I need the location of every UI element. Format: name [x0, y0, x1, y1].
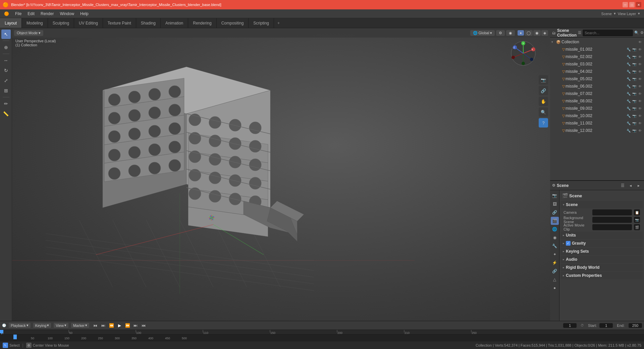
outliner-missile-11[interactable]: ▽ missile_11.002 🔧 📷 👁 — [550, 119, 644, 127]
wireframe-btn[interactable]: ◯ — [525, 30, 533, 36]
properties-collapse-btn[interactable]: ◂ — [627, 182, 634, 189]
tab-compositing[interactable]: Compositing — [217, 18, 249, 28]
outliner-missile-09[interactable]: ▽ missile_09.002 🔧 📷 👁 — [550, 105, 644, 112]
vis-2[interactable]: 🔧 — [626, 54, 631, 59]
cam-2[interactable]: 📷 — [632, 54, 637, 59]
vis-9[interactable]: 🔧 — [626, 106, 631, 111]
next-keyframe-btn[interactable]: ⏭ — [132, 322, 139, 329]
vis-8[interactable]: 🔧 — [626, 98, 631, 104]
eye-6[interactable]: 👁 — [637, 84, 643, 89]
outliner-missile-07[interactable]: ▽ missile_07.002 🔧 📷 👁 — [550, 90, 644, 97]
outliner-missile-01[interactable]: ▽ missile_01.002 🔧 📷 👁 — [550, 46, 644, 53]
play-btn[interactable]: ▶ — [116, 322, 123, 329]
outliner-missile-08[interactable]: ▽ missile_08.002 🔧 📷 👁 — [550, 97, 644, 105]
prop-constraints-icon[interactable]: 🔗 — [551, 267, 559, 275]
eye-2[interactable]: 👁 — [637, 54, 643, 59]
prop-world-icon[interactable]: 🌐 — [551, 225, 559, 233]
outliner-missile-10[interactable]: ▽ missile_10.002 🔧 📷 👁 — [550, 112, 644, 119]
tab-rendering[interactable]: Rendering — [188, 18, 216, 28]
cam-5[interactable]: 📷 — [632, 76, 637, 82]
solid-shading-btn[interactable]: ● — [518, 30, 524, 36]
playback-dropdown[interactable]: Playback ▾ — [9, 323, 31, 328]
keying-section-header[interactable]: ▸ Keying Sets — [561, 248, 643, 255]
units-section-header[interactable]: ▸ Units — [561, 232, 643, 239]
cam-3[interactable]: 📷 — [632, 61, 637, 67]
outliner-collection-item[interactable]: ▾ 📦 Collection 👁 — [550, 38, 644, 46]
eye-12[interactable]: 👁 — [637, 128, 643, 133]
minimize-button[interactable]: ─ — [623, 2, 628, 7]
timeline-mode-icon[interactable]: 🕐 — [2, 323, 6, 327]
cam-1[interactable]: 📷 — [632, 47, 637, 52]
step-back-btn[interactable]: ⏪ — [108, 322, 115, 329]
tool-measure[interactable]: 📏 — [1, 109, 11, 118]
tab-modeling[interactable]: Modeling — [22, 18, 48, 28]
viewport-material-icon[interactable]: 🔗 — [539, 86, 548, 95]
nav-gizmo-svg[interactable]: X Y Z — [510, 40, 537, 67]
menu-render[interactable]: Render — [38, 11, 56, 17]
scene-dropdown[interactable]: ▾ — [614, 11, 616, 16]
vis-5[interactable]: 🔧 — [626, 76, 631, 82]
viewport-view-dropdown[interactable]: 🌐 Global ▾ — [470, 30, 495, 36]
menu-blender[interactable]: 🟠 — [1, 11, 12, 17]
end-frame-input[interactable]: 250 — [629, 323, 642, 328]
bg-scene-browse-icon[interactable]: 📷 — [634, 217, 640, 223]
viewport-pan-icon[interactable]: ✋ — [539, 97, 548, 106]
cam-4[interactable]: 📷 — [632, 69, 637, 74]
vis-11[interactable]: 🔧 — [626, 120, 631, 126]
outliner-missile-02[interactable]: ▽ missile_02.002 🔧 📷 👁 — [550, 53, 644, 60]
tab-shading[interactable]: Shading — [136, 18, 161, 28]
cam-7[interactable]: 📷 — [632, 91, 637, 96]
tab-scripting[interactable]: Scripting — [249, 18, 274, 28]
eye-4[interactable]: 👁 — [637, 69, 643, 74]
cam-11[interactable]: 📷 — [632, 120, 637, 126]
tool-scale[interactable]: ⤢ — [1, 76, 11, 85]
cam-8[interactable]: 📷 — [632, 98, 637, 104]
menu-file[interactable]: File — [12, 11, 24, 17]
current-frame-input[interactable]: 1 — [563, 323, 577, 328]
cam-9[interactable]: 📷 — [632, 106, 637, 111]
prop-data-icon[interactable]: △ — [551, 276, 559, 284]
prop-particles-icon[interactable]: ✦ — [551, 250, 559, 258]
view-layer-dropdown[interactable]: ▾ — [638, 11, 640, 16]
menu-edit[interactable]: Edit — [25, 11, 37, 17]
properties-menu-btn[interactable]: ☰ — [619, 182, 626, 189]
keying-dropdown[interactable]: Keying ▾ — [33, 323, 51, 328]
prop-material-icon[interactable]: ● — [551, 284, 559, 292]
eye-1[interactable]: 👁 — [637, 47, 643, 52]
viewport-overlay-btn[interactable]: ◉ — [506, 30, 515, 36]
vis-7[interactable]: 🔧 — [626, 91, 631, 96]
eye-5[interactable]: 👁 — [637, 76, 643, 82]
outliner-filter-icon[interactable]: ⚙ — [640, 30, 644, 36]
cam-12[interactable]: 📷 — [632, 128, 637, 133]
cam-10[interactable]: 📷 — [632, 113, 637, 118]
view-dropdown[interactable]: View ▾ — [54, 323, 68, 328]
prop-object-icon[interactable]: ◉ — [551, 234, 559, 242]
scene-section-header[interactable]: ▾ Scene — [561, 201, 643, 208]
prop-render-icon[interactable]: 📷 — [551, 192, 559, 200]
tab-texture-paint[interactable]: Texture Paint — [103, 18, 136, 28]
camera-browse-icon[interactable]: 📋 — [634, 209, 640, 215]
tab-animation[interactable]: Animation — [161, 18, 188, 28]
rigid-body-section-header[interactable]: ▸ Rigid Body World — [561, 264, 643, 271]
timeline-body[interactable]: 1 50 100 110 150 200 210 250 — [0, 330, 644, 334]
movie-clip-value[interactable] — [592, 224, 632, 230]
prop-output-icon[interactable]: 🖼 — [551, 200, 559, 208]
eye-10[interactable]: 👁 — [637, 113, 643, 118]
viewport-zoom-icon[interactable]: 🔍 — [539, 107, 548, 117]
jump-start-btn[interactable]: ⏮ — [92, 322, 99, 329]
vis-4[interactable]: 🔧 — [626, 69, 631, 74]
viewport-camera-icon[interactable]: 📷 — [539, 75, 548, 85]
vis-3[interactable]: 🔧 — [626, 61, 631, 67]
properties-expand-btn[interactable]: ▸ — [635, 182, 642, 189]
collection-visibility-icon[interactable]: 👁 — [637, 39, 643, 45]
rendered-btn[interactable]: ◉ — [533, 30, 541, 36]
gravity-checkbox[interactable]: ✓ — [566, 241, 571, 246]
vis-6[interactable]: 🔧 — [626, 84, 631, 89]
tool-transform[interactable]: ⊞ — [1, 86, 11, 95]
start-frame-input[interactable]: 1 — [599, 323, 613, 328]
cam-6[interactable]: 📷 — [632, 84, 637, 89]
outliner-search-icon[interactable]: 🔍 — [634, 30, 639, 36]
bg-scene-value[interactable] — [592, 217, 632, 223]
tool-annotate[interactable]: ✏ — [1, 99, 11, 108]
prop-physics-icon[interactable]: ⚡ — [551, 259, 559, 267]
